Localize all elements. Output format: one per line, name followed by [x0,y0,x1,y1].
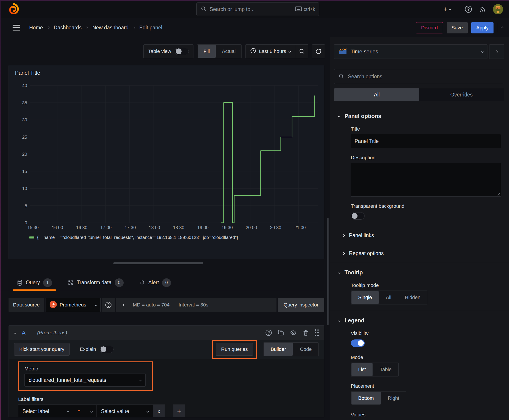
menu-icon[interactable] [13,25,20,30]
alert-count-badge: 0 [162,278,171,287]
breadcrumb-edit-panel: Edit panel [139,25,162,31]
run-queries-button[interactable]: Run queries [216,343,253,356]
tab-all[interactable]: All [334,88,419,101]
breadcrumb-new-dashboard[interactable]: New dashboard [92,25,128,31]
news-icon[interactable] [479,6,486,13]
hide-query-icon[interactable] [290,330,297,336]
chevron-right-icon [342,252,345,255]
screen-left-edge [0,0,1,420]
chevron-right-icon [86,26,88,29]
legend-section-header[interactable]: Legend [338,317,501,324]
x-tick-label: 19:00 [197,223,208,230]
label-filter-row: Select label = Select value x + [18,405,315,417]
zoom-out-icon[interactable] [295,45,308,58]
datasource-picker[interactable]: Prometheus [46,298,100,312]
table-view-control: Table view [144,45,193,58]
panel-links-section[interactable]: Panel links [343,232,501,239]
transform-count-badge: 0 [115,278,124,287]
query-row-header[interactable]: A (Prometheus) [9,326,324,340]
transform-icon [68,280,74,286]
actual-option[interactable]: Actual [216,45,242,58]
collapse-options-pane-button[interactable] [489,45,504,59]
grafana-edit-panel-screen: ctrl+k + [0,0,509,420]
query-count-badge: 1 [43,278,52,287]
discard-button[interactable]: Discard [416,22,443,33]
breadcrumb-home[interactable]: Home [29,25,43,31]
resize-grip-icon[interactable] [496,192,500,195]
tooltip-mode-label: Tooltip mode [351,283,501,288]
duplicate-query-icon[interactable] [278,330,284,336]
add-filter-button[interactable]: + [173,405,185,417]
add-new-button[interactable]: + [443,5,451,13]
explain-toggle[interactable] [100,346,114,353]
delete-query-icon[interactable] [303,330,309,336]
options-search-box[interactable] [334,69,504,84]
builder-option[interactable]: Builder [264,343,293,356]
tooltip-all-option[interactable]: All [379,291,398,304]
user-avatar[interactable] [493,4,503,14]
table-view-toggle[interactable] [175,48,189,55]
x-tick-label: 15:30 [27,223,38,230]
tab-query[interactable]: Query 1 [17,274,52,291]
select-label-dropdown[interactable]: Select label [18,405,73,417]
legend-mode-list-option[interactable]: List [351,363,372,376]
description-textarea[interactable] [351,163,501,196]
save-button[interactable]: Save [447,22,468,33]
options-search-input[interactable] [347,73,500,80]
chart-y-axis: 0510152025303540 [14,79,27,223]
chevron-right-icon [122,304,124,306]
tab-alert[interactable]: Alert 0 [139,274,171,291]
chevron-right-icon [47,26,50,29]
grafana-logo-icon[interactable] [8,3,19,15]
repeat-options-section[interactable]: Repeat options [343,250,501,256]
transparent-background-toggle[interactable] [351,212,365,220]
apply-button[interactable]: Apply [471,22,494,33]
panel-options-section-header[interactable]: Panel options [338,113,501,119]
y-tick-label: 0 [14,220,27,225]
chart-area: 0510152025303540 15:3016:0016:3017:0017:… [30,79,318,223]
query-options-summary[interactable]: MD = auto = 704 Interval = 30s [116,298,276,312]
refresh-icon[interactable] [312,45,325,58]
legend-series-name[interactable]: {__name__="cloudflared_tunnel_total_requ… [37,235,238,240]
collapse-header-icon[interactable] [501,26,504,29]
operator-dropdown[interactable]: = [73,405,97,417]
tab-transform-data[interactable]: Transform data 0 [68,274,124,291]
legend-mode-table-option[interactable]: Table [373,363,398,376]
edit-panel-main-pane: Table view Fill Actual Last 6 hours [0,37,330,420]
pane-scrollbar[interactable] [327,218,328,325]
select-value-dropdown[interactable]: Select value [97,405,153,417]
global-search-box[interactable]: ctrl+k [196,2,319,16]
datasource-help-icon[interactable] [102,298,115,312]
metric-select[interactable]: cloudflared_tunnel_total_requests [24,374,146,387]
panel-title-input[interactable] [351,134,501,148]
legend-visibility-toggle[interactable] [351,339,365,347]
time-series-chart [30,79,318,223]
kick-start-query-button[interactable]: Kick start your query [14,343,69,356]
visualization-picker[interactable]: Time series [334,45,487,59]
fill-option[interactable]: Fill [198,45,216,58]
legend-swatch[interactable] [29,236,34,239]
x-tick-label: 17:00 [100,223,112,230]
remove-filter-button[interactable]: x [153,405,165,417]
tooltip-hidden-option[interactable]: Hidden [398,291,427,304]
chevron-down-icon[interactable] [14,331,16,334]
drag-handle-icon[interactable] [315,329,319,336]
panel-resize-handle[interactable] [113,262,203,264]
interval-value: Interval = 30s [179,302,208,308]
panel-title[interactable]: Panel Title [15,70,319,76]
time-range-picker[interactable]: Last 6 hours [245,48,295,55]
search-input[interactable] [209,6,292,13]
visualization-name: Time series [350,48,478,55]
placement-bottom-option[interactable]: Bottom [351,392,381,405]
tooltip-section-header[interactable]: Tooltip [338,269,501,276]
table-view-label: Table view [148,48,171,54]
tab-overrides[interactable]: Overrides [419,88,504,101]
breadcrumb-dashboards[interactable]: Dashboards [54,25,82,31]
placement-right-option[interactable]: Right [381,391,406,405]
help-icon[interactable] [464,5,472,13]
code-option[interactable]: Code [293,343,319,356]
query-help-icon[interactable] [265,329,272,336]
tooltip-single-option[interactable]: Single [351,291,379,304]
query-inspector-button[interactable]: Query inspector [278,298,324,312]
breadcrumb: Home Dashboards New dashboard Edit panel [29,25,162,31]
